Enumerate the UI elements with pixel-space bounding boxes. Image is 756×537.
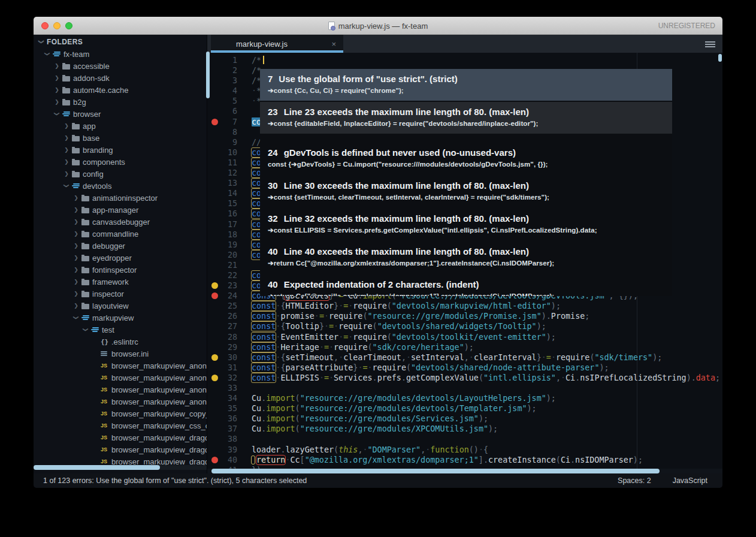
code-line-29[interactable]: 29const·Heritage·=·require("sdk/core/her… xyxy=(207,342,722,352)
tree-row-devtools[interactable]: ❯devtools xyxy=(34,180,207,192)
chevron-closed-icon[interactable]: ❯ xyxy=(52,99,62,105)
code-line-40[interactable]: 40return·Cc["@mozilla.org/xmlextras/domp… xyxy=(207,455,722,465)
chevron-closed-icon[interactable]: ❯ xyxy=(71,279,81,285)
tree-row-debugger[interactable]: ❯debugger xyxy=(34,240,207,252)
chevron-closed-icon[interactable]: ❯ xyxy=(71,219,81,225)
lint-result-item-line-32[interactable]: 32Line 32 exceeds the maximum line lengt… xyxy=(260,209,672,240)
tree-row-browser-markupview-copy-im[interactable]: JSbrowser_markupview_copy_im xyxy=(34,408,207,420)
icon-cell xyxy=(72,147,83,153)
chevron-closed-icon[interactable]: ❯ xyxy=(61,147,72,153)
tree-row-browser-markupview-dragdro[interactable]: JSbrowser_markupview_dragdro xyxy=(34,444,207,455)
lint-result-item-line-30[interactable]: 30Line 30 exceeds the maximum line lengt… xyxy=(260,176,672,207)
editor-vscroll-thumb[interactable] xyxy=(718,54,722,62)
chevron-open-icon[interactable]: ❯ xyxy=(83,324,89,335)
sidebar-vscroll-thumb[interactable] xyxy=(206,52,210,98)
overflow-menu-icon[interactable] xyxy=(705,40,715,49)
tree-row-eyedropper[interactable]: ❯eyedropper xyxy=(34,252,207,264)
tree-row-markupview[interactable]: ❯markupview xyxy=(34,312,207,324)
tree-row-components[interactable]: ❯components xyxy=(34,156,207,168)
tree-row-browser.ini[interactable]: browser.ini xyxy=(34,348,207,360)
chevron-open-icon[interactable]: ❯ xyxy=(44,49,50,59)
chevron-closed-icon[interactable]: ❯ xyxy=(61,171,72,177)
chevron-closed-icon[interactable]: ❯ xyxy=(61,135,72,141)
tree-row-canvasdebugger[interactable]: ❯canvasdebugger xyxy=(34,216,207,228)
folders-header[interactable]: ❯FOLDERS xyxy=(34,36,207,48)
icon-cell xyxy=(72,159,83,165)
code-line-35[interactable]: 35Cu.import("resource://gre/modules/devt… xyxy=(207,403,722,414)
code-line-38[interactable]: 38 xyxy=(207,434,722,444)
chevron-open-icon[interactable]: ❯ xyxy=(73,312,79,323)
lint-result-item-line-23[interactable]: 23Line 23 exceeds the maximum line lengt… xyxy=(260,102,672,134)
code-line-36[interactable]: 36Cu.import("resource://gre/modules/Serv… xyxy=(207,414,722,424)
code-line-33[interactable]: 33 xyxy=(207,383,722,393)
tree-row-browser-markupview-anonym[interactable]: JSbrowser_markupview_anonym xyxy=(34,372,207,384)
tree-row-autom4te.cache[interactable]: ❯autom4te.cache xyxy=(34,84,207,96)
chevron-closed-icon[interactable]: ❯ xyxy=(61,123,72,129)
lint-item-message: 7Use the global form of "use strict". (s… xyxy=(268,73,664,85)
chevron-closed-icon[interactable]: ❯ xyxy=(71,255,81,261)
lint-result-item-line-40[interactable]: 40Expected indentation of 2 characters. … xyxy=(260,274,672,296)
chevron-closed-icon[interactable]: ❯ xyxy=(52,75,62,81)
tree-row-accessible[interactable]: ❯accessible xyxy=(34,60,207,72)
lint-result-item-line-24[interactable]: 24gDevTools is defined but never used (n… xyxy=(260,143,672,174)
tree-row-config[interactable]: ❯config xyxy=(34,168,207,180)
chevron-open-icon[interactable]: ❯ xyxy=(54,108,60,119)
code-line-30[interactable]: 30const·{setTimeout,·clearTimeout,·setIn… xyxy=(207,352,722,363)
tree-row-.eslintrc[interactable]: {}.eslintrc xyxy=(34,336,207,348)
icon-cell xyxy=(53,51,63,57)
chevron-closed-icon[interactable]: ❯ xyxy=(71,207,81,213)
tree-row-inspector[interactable]: ❯inspector xyxy=(34,288,207,300)
tab-close-icon[interactable]: × xyxy=(331,40,336,49)
tree-row-commandline[interactable]: ❯commandline xyxy=(34,228,207,240)
code-line-37[interactable]: 37Cu.import("resource://gre/modules/XPCO… xyxy=(207,424,722,434)
indent-setting[interactable]: Spaces: 2 xyxy=(618,476,651,485)
tree-row-fontinspector[interactable]: ❯fontinspector xyxy=(34,264,207,276)
chevron-closed-icon[interactable]: ❯ xyxy=(71,267,81,273)
tree-row-app-manager[interactable]: ❯app-manager xyxy=(34,204,207,216)
code-line-25[interactable]: 25const·{HTMLEditor}·=·require("devtools… xyxy=(207,301,722,311)
code-line-26[interactable]: 26const·promise·=·require("resource://gr… xyxy=(207,311,722,321)
tree-row-base[interactable]: ❯base xyxy=(34,132,207,144)
syntax-setting[interactable]: JavaScript xyxy=(673,476,707,485)
lint-result-item-line-7[interactable]: 7Use the global form of "use strict". (s… xyxy=(260,69,672,101)
tree-row-browser-markupview-css-com[interactable]: JSbrowser_markupview_css_com xyxy=(34,420,207,432)
code-line-31[interactable]: 31const·{parseAttribute}·=·require("devt… xyxy=(207,363,722,373)
tree-row-animationinspector[interactable]: ❯animationinspector xyxy=(34,192,207,204)
tree-row-layoutview[interactable]: ❯layoutview xyxy=(34,300,207,312)
lint-result-item-line-40[interactable]: 40Line 40 exceeds the maximum line lengt… xyxy=(260,242,672,273)
sidebar-hscroll-thumb[interactable] xyxy=(34,465,160,470)
tree-row-test[interactable]: ❯test xyxy=(34,324,207,336)
chevron-open-icon[interactable]: ❯ xyxy=(63,180,69,191)
tree-row-app[interactable]: ❯app xyxy=(34,120,207,132)
tree-row-browser-markupview-anonym[interactable]: JSbrowser_markupview_anonym xyxy=(34,360,207,372)
tree-row-browser-markupview-anonym[interactable]: JSbrowser_markupview_anonym xyxy=(34,384,207,396)
tree-row-label: markupview xyxy=(92,313,134,322)
chevron-closed-icon[interactable]: ❯ xyxy=(61,159,72,165)
editor-hscroll-thumb[interactable] xyxy=(211,469,660,473)
code-line-39[interactable]: 39loader.lazyGetter(this,·"DOMParser",·f… xyxy=(207,445,722,455)
icon-cell xyxy=(62,87,73,93)
chevron-closed-icon[interactable]: ❯ xyxy=(52,63,62,69)
lint-item-line-number: 40 xyxy=(268,245,278,258)
chevron-closed-icon[interactable]: ❯ xyxy=(71,243,81,249)
tree-row-browser-markupview-dragdro[interactable]: JSbrowser_markupview_dragdro xyxy=(34,432,207,444)
chevron-closed-icon[interactable]: ❯ xyxy=(71,303,81,309)
tree-row-branding[interactable]: ❯branding xyxy=(34,144,207,156)
tree-row-browser[interactable]: ❯browser xyxy=(34,108,207,120)
code-line-28[interactable]: 28const·EventEmitter·=·require("devtools… xyxy=(207,332,722,342)
code-line-32[interactable]: 32const·ELLIPSIS·=·Services.prefs.getCom… xyxy=(207,373,722,383)
code-line-34[interactable]: 34Cu.import("resource://gre/modules/devt… xyxy=(207,393,722,403)
chevron-closed-icon[interactable]: ❯ xyxy=(71,291,81,297)
tree-row-browser-markupview-anonym[interactable]: JSbrowser_markupview_anonym xyxy=(34,396,207,408)
lint-item-message: 32Line 32 exceeds the maximum line lengt… xyxy=(268,212,664,225)
code-line-1[interactable]: 1/* xyxy=(207,55,722,65)
tree-row-addon-sdk[interactable]: ❯addon-sdk xyxy=(34,72,207,84)
code-line-27[interactable]: 27const·{Tooltip}·=·require("devtools/sh… xyxy=(207,321,722,331)
tree-row-fx-team[interactable]: ❯fx-team xyxy=(34,48,207,60)
tree-row-b2g[interactable]: ❯b2g xyxy=(34,96,207,108)
chevron-closed-icon[interactable]: ❯ xyxy=(71,231,81,237)
tree-row-framework[interactable]: ❯framework xyxy=(34,276,207,288)
chevron-closed-icon[interactable]: ❯ xyxy=(52,87,62,93)
titlebar[interactable]: markup-view.js — fx-team UNREGISTERED xyxy=(34,17,722,35)
chevron-closed-icon[interactable]: ❯ xyxy=(71,195,81,201)
